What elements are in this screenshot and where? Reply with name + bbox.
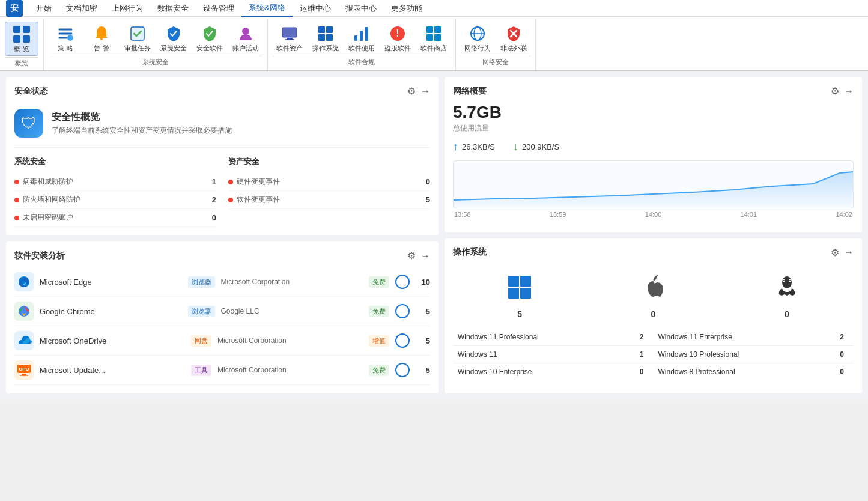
- ribbon-group-net-security-label: 网络安全: [461, 56, 530, 68]
- security-two-cols: 系统安全 病毒和威胁防护 1 防火墙和网络防护 2: [14, 156, 430, 227]
- ribbon-btn-sys-security[interactable]: 系统安全: [157, 22, 190, 55]
- security-overview-desc: 了解终端当前系统安全性和资产变更情况并采取必要措施: [52, 126, 232, 136]
- software-analysis-gear-icon[interactable]: ⚙: [407, 250, 416, 261]
- upload-arrow-icon: ↑: [453, 141, 458, 153]
- ribbon-btn-overview[interactable]: 概 览: [5, 22, 38, 56]
- stat-row-pwd: 未启用密码账户 0: [14, 209, 216, 227]
- svg-marker-39: [454, 172, 853, 206]
- svg-point-10: [242, 28, 249, 35]
- os-gear-icon[interactable]: ⚙: [831, 247, 839, 258]
- dot-virus: [14, 180, 19, 184]
- windows-icon: [506, 274, 533, 306]
- menu-data-security[interactable]: 数据安全: [150, 1, 196, 16]
- onedrive-tag: 网盘: [191, 335, 211, 347]
- menu-start[interactable]: 开始: [29, 1, 59, 16]
- network-gear-icon[interactable]: ⚙: [831, 85, 839, 97]
- ribbon-btn-audit[interactable]: 审批任务: [121, 22, 154, 55]
- chrome-icon: [14, 302, 34, 321]
- ribbon-btn-policy[interactable]: 策 略: [49, 22, 82, 55]
- stat-label-pwd-text: 未启用密码账户: [23, 213, 73, 223]
- menu-doc-encrypt[interactable]: 文档加密: [59, 1, 105, 16]
- ribbon-btn-alert[interactable]: 告 警: [85, 22, 118, 55]
- chart-label-4: 14:02: [836, 211, 852, 218]
- stat-value-pwd: 0: [212, 213, 216, 222]
- edge-count: 10: [416, 278, 430, 287]
- os-table-row-1: Windows 11 1 Windows 10 Professional 0: [453, 345, 854, 363]
- network-header: 网络概要 ⚙ →: [453, 85, 854, 97]
- right-column: 网络概要 ⚙ → 5.7GB 总使用流量 ↑ 26.3KB/S ↓ 200.9K…: [445, 77, 862, 393]
- asset-security-title: 资产安全: [228, 156, 430, 167]
- chrome-circle-btn[interactable]: [395, 304, 410, 318]
- stat-row-firewall: 防火墙和网络防护 2: [14, 191, 216, 209]
- macos-count: 0: [651, 309, 656, 319]
- svg-rect-43: [520, 288, 531, 299]
- chart-label-1: 13:59: [550, 211, 566, 218]
- chart-labels: 13:58 13:59 14:00 14:01 14:02: [453, 211, 854, 218]
- menu-ops[interactable]: 运维中心: [293, 1, 338, 16]
- network-speeds: ↑ 26.3KB/S ↓ 200.9KB/S: [453, 141, 854, 153]
- menu-bar: 安 开始 文档加密 上网行为 数据安全 设备管理 系统&网络 运维中心 报表中心…: [0, 0, 868, 17]
- stat-row-sw-change: 软件变更事件 5: [228, 191, 430, 209]
- onedrive-price-tag: 增值: [369, 335, 389, 347]
- software-analysis-arrow-icon[interactable]: →: [420, 251, 430, 261]
- os-arrow-icon[interactable]: →: [844, 247, 854, 258]
- ribbon-btn-pirate[interactable]: ! 盗版软件: [381, 22, 414, 55]
- onedrive-icon: [14, 331, 34, 350]
- windows-count: 5: [517, 309, 522, 319]
- chrome-tag: 浏览器: [188, 306, 215, 317]
- os-row2-col1-val: 0: [619, 363, 653, 380]
- ribbon-btn-sw-use[interactable]: 软件使用: [345, 22, 378, 55]
- ribbon-group-sw-compliance: 软件资产 操作系统: [268, 19, 456, 70]
- stat-label-firewall: 防火墙和网络防护: [14, 195, 80, 205]
- menu-report[interactable]: 报表中心: [338, 1, 384, 16]
- ribbon-btn-security-sw[interactable]: 安全软件: [193, 22, 226, 55]
- stat-label-hw: 硬件变更事件: [228, 177, 280, 187]
- linux-icon: [774, 274, 800, 306]
- svg-rect-25: [426, 34, 433, 41]
- chart-label-2: 14:00: [645, 211, 662, 218]
- dot-pwd: [14, 216, 19, 220]
- ribbon-btn-illegal[interactable]: 非法外联: [497, 22, 530, 55]
- menu-more[interactable]: 更多功能: [384, 1, 429, 16]
- menu-sys-network[interactable]: 系统&网络: [241, 0, 293, 17]
- ribbon-btn-sw-asset-label: 软件资产: [276, 44, 303, 52]
- svg-point-34: [22, 309, 26, 314]
- ribbon: 概 览 概览 策 略: [0, 17, 868, 71]
- ribbon-btn-account[interactable]: 账户活动: [229, 22, 263, 55]
- illegal-icon: [504, 24, 523, 43]
- ribbon-btn-os[interactable]: 操作系统: [309, 22, 342, 55]
- software-analysis-header: 软件安装分析 ⚙ →: [14, 250, 430, 261]
- security-status-arrow-icon[interactable]: →: [420, 86, 430, 97]
- stat-value-sw-change: 5: [426, 195, 430, 204]
- onedrive-name: Microsoft OneDrive: [40, 336, 185, 345]
- stat-label-virus-text: 病毒和威胁防护: [23, 177, 73, 187]
- network-panel: 网络概要 ⚙ → 5.7GB 总使用流量 ↑ 26.3KB/S ↓ 200.9K…: [445, 77, 862, 232]
- policy-icon: [56, 24, 75, 43]
- overview-icon: [12, 25, 31, 44]
- software-row-update: UPD Microsoft Update... 工具 Microsoft Cor…: [14, 356, 430, 385]
- svg-text:!: !: [396, 28, 399, 38]
- alert-icon: [92, 24, 111, 43]
- svg-rect-2: [13, 35, 20, 43]
- menu-internet[interactable]: 上网行为: [105, 1, 150, 16]
- onedrive-circle-btn[interactable]: [395, 333, 410, 348]
- security-status-panel: 安全状态 ⚙ → 🛡 安全性概览 了解终端当前系统安全性和资产变更情况并采取必要…: [6, 77, 439, 235]
- network-label: 总使用流量: [453, 123, 854, 133]
- stat-label-pwd: 未启用密码账户: [14, 213, 73, 223]
- ribbon-btn-sw-asset[interactable]: 软件资产: [273, 22, 306, 55]
- ribbon-btn-alert-label: 告 警: [94, 44, 109, 52]
- os-item-windows: 5: [506, 274, 533, 319]
- menu-device-mgmt[interactable]: 设备管理: [196, 1, 241, 16]
- security-shield-icon: 🛡: [14, 109, 43, 138]
- ribbon-group-overview-label: 概览: [5, 57, 38, 69]
- os-panel: 操作系统 ⚙ → 5: [445, 238, 862, 394]
- os-icon: [316, 24, 335, 43]
- security-status-gear-icon[interactable]: ⚙: [407, 85, 416, 97]
- ribbon-btn-sw-store[interactable]: 软件商店: [417, 22, 451, 55]
- edge-circle-btn[interactable]: [395, 275, 410, 289]
- software-row-onedrive: Microsoft OneDrive 网盘 Microsoft Corporat…: [14, 326, 430, 356]
- sw-use-icon: [352, 24, 371, 43]
- network-arrow-icon[interactable]: →: [844, 86, 854, 97]
- ribbon-btn-net-behavior[interactable]: 网络行为: [461, 22, 494, 55]
- update-circle-btn[interactable]: [395, 363, 410, 377]
